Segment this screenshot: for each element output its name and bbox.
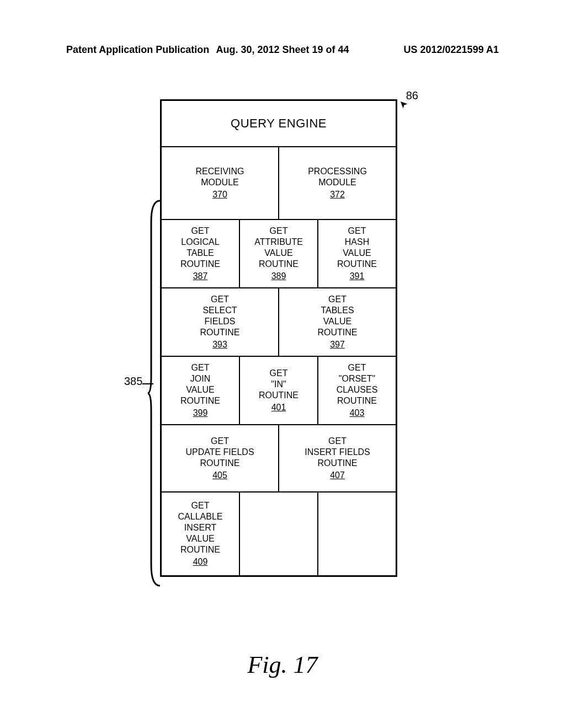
- cell-num: 372: [330, 189, 345, 200]
- query-engine-diagram: 86 ➤ QUERY ENGINE RECEIVING MODULE 370 P…: [160, 99, 403, 577]
- cell-line: UPDATE FIELDS: [185, 447, 254, 458]
- cell-line: GET: [270, 368, 288, 379]
- cell-line: VALUE: [186, 533, 214, 544]
- cell-line: JOIN: [190, 373, 210, 384]
- cell-num: 409: [193, 556, 208, 568]
- empty-cell: [240, 493, 318, 575]
- cell-line: CALLABLE: [178, 511, 223, 522]
- cell-line: INSERT FIELDS: [305, 447, 370, 458]
- header-pubnum: US 2012/0221599 A1: [404, 44, 499, 56]
- cell-num: 405: [212, 470, 227, 481]
- figure-caption: Fig. 17: [247, 651, 317, 679]
- cell-line: VALUE: [323, 316, 351, 327]
- cell-num: 387: [193, 271, 208, 282]
- routine-cell-397: GET TABLES VALUE ROUTINE 397: [279, 288, 396, 356]
- routines-row-1: GET LOGICAL TABLE ROUTINE 387 GET ATTRIB…: [162, 219, 396, 287]
- cell-line: ROUTINE: [337, 259, 377, 270]
- cell-line: TABLE: [186, 248, 214, 259]
- routine-cell-403: GET "ORSET" CLAUSES ROUTINE 403: [318, 357, 396, 424]
- modules-row: RECEIVING MODULE 370 PROCESSING MODULE 3…: [162, 146, 396, 219]
- cell-line: GET: [191, 226, 210, 237]
- processing-module-cell: PROCESSING MODULE 372: [279, 147, 396, 219]
- cell-num: 401: [271, 402, 286, 413]
- cell-line: MODULE: [201, 177, 238, 188]
- routine-cell-409: GET CALLABLE INSERT VALUE ROUTINE 409: [162, 493, 240, 575]
- cell-line: FIELDS: [204, 316, 235, 327]
- routine-cell-387: GET LOGICAL TABLE ROUTINE 387: [162, 220, 240, 287]
- header-publication: Patent Application Publication: [66, 44, 209, 56]
- cell-line: GET: [191, 500, 210, 511]
- cell-line: ROUTINE: [180, 259, 220, 270]
- cell-line: ROUTINE: [180, 544, 220, 555]
- routine-cell-405: GET UPDATE FIELDS ROUTINE 405: [162, 425, 279, 491]
- routines-row-3: GET JOIN VALUE ROUTINE 399 GET "IN" ROUT…: [162, 356, 396, 424]
- routine-cell-393: GET SELECT FIELDS ROUTINE 393: [162, 288, 279, 356]
- cell-num: 393: [212, 339, 227, 350]
- routine-cell-399: GET JOIN VALUE ROUTINE 399: [162, 357, 240, 424]
- cell-line: GET: [328, 294, 347, 305]
- cell-num: 407: [330, 470, 345, 481]
- cell-line: ATTRIBUTE: [254, 237, 303, 248]
- cell-line: ROUTINE: [200, 458, 240, 469]
- routine-cell-389: GET ATTRIBUTE VALUE ROUTINE 389: [240, 220, 318, 287]
- cell-line: GET: [211, 436, 229, 447]
- routines-row-5: GET CALLABLE INSERT VALUE ROUTINE 409: [162, 491, 396, 575]
- cell-line: HASH: [345, 237, 369, 248]
- cell-line: VALUE: [343, 248, 371, 259]
- cell-num: 399: [193, 408, 208, 419]
- cell-num: 391: [350, 271, 365, 282]
- routines-row-4: GET UPDATE FIELDS ROUTINE 405 GET INSERT…: [162, 424, 396, 491]
- cell-line: RECEIVING: [195, 166, 244, 177]
- query-engine-title: QUERY ENGINE: [162, 101, 396, 146]
- cell-line: ROUTINE: [337, 395, 377, 406]
- routines-row-2: GET SELECT FIELDS ROUTINE 393 GET TABLES…: [162, 287, 396, 356]
- cell-line: GET: [211, 294, 229, 305]
- cell-line: PROCESSING: [308, 166, 367, 177]
- cell-line: ROUTINE: [200, 327, 240, 338]
- cell-line: VALUE: [264, 248, 292, 259]
- cell-line: GET: [328, 436, 347, 447]
- cell-line: GET: [191, 362, 210, 373]
- cell-line: ROUTINE: [259, 390, 299, 401]
- cell-line: CLAUSES: [337, 384, 378, 395]
- routine-cell-391: GET HASH VALUE ROUTINE 391: [318, 220, 396, 287]
- cell-line: "IN": [271, 379, 286, 390]
- cell-line: TABLES: [321, 305, 354, 316]
- cell-line: ROUTINE: [180, 395, 220, 406]
- receiving-module-cell: RECEIVING MODULE 370: [162, 147, 279, 219]
- cell-line: ROUTINE: [318, 327, 358, 338]
- cell-line: INSERT: [184, 522, 216, 533]
- cell-line: LOGICAL: [181, 237, 219, 248]
- cell-line: GET: [348, 226, 366, 237]
- cell-line: ROUTINE: [259, 259, 299, 270]
- cell-line: VALUE: [186, 384, 214, 395]
- cell-num: 397: [330, 339, 345, 350]
- cell-line: GET: [348, 362, 366, 373]
- routine-cell-401: GET "IN" ROUTINE 401: [240, 357, 318, 424]
- cell-num: 389: [271, 271, 286, 282]
- cell-num: 403: [350, 408, 365, 419]
- curly-bracket-icon: [147, 200, 161, 587]
- cell-line: MODULE: [318, 177, 356, 188]
- cell-num: 370: [212, 189, 227, 200]
- side-reference-385: 385: [124, 375, 142, 388]
- empty-cell: [318, 493, 396, 575]
- header-date-sheet: Aug. 30, 2012 Sheet 19 of 44: [216, 44, 349, 56]
- cell-line: ROUTINE: [318, 458, 358, 469]
- routine-cell-407: GET INSERT FIELDS ROUTINE 407: [279, 425, 396, 491]
- cell-line: GET: [270, 226, 288, 237]
- cell-line: "ORSET": [339, 373, 375, 384]
- cell-line: SELECT: [202, 305, 237, 316]
- query-engine-box: QUERY ENGINE RECEIVING MODULE 370 PROCES…: [160, 99, 397, 577]
